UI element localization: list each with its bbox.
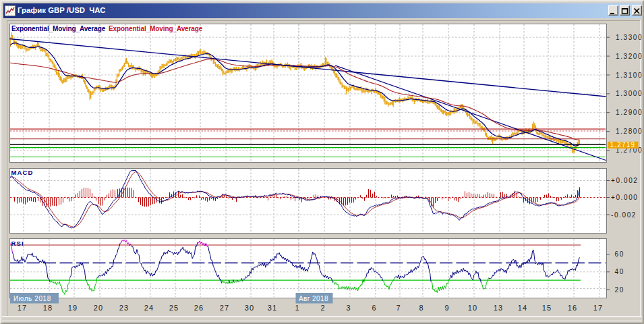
svg-text:Exponential_Moving_Average: Exponential_Moving_Average xyxy=(109,25,203,32)
svg-text:+0.000: +0.000 xyxy=(611,194,638,201)
svg-text:1.2800: 1.2800 xyxy=(616,128,643,135)
svg-text:RSI: RSI xyxy=(11,240,24,247)
svg-text:20: 20 xyxy=(615,286,624,294)
svg-text:Авг 2018: Авг 2018 xyxy=(299,295,328,302)
svg-text:16: 16 xyxy=(568,304,577,312)
svg-text:19: 19 xyxy=(68,304,78,312)
svg-text:Июль 2018: Июль 2018 xyxy=(13,295,51,302)
svg-text:26: 26 xyxy=(194,304,204,312)
svg-text:40: 40 xyxy=(615,268,624,275)
svg-text:1.3000: 1.3000 xyxy=(616,90,643,97)
svg-text:3: 3 xyxy=(346,304,351,312)
svg-text:Exponential_Moving_Average: Exponential_Moving_Average xyxy=(11,25,106,32)
svg-text:10: 10 xyxy=(468,304,477,312)
svg-text:2: 2 xyxy=(320,304,325,312)
svg-text:20: 20 xyxy=(94,304,103,312)
svg-text:1: 1 xyxy=(295,304,299,312)
svg-text:8: 8 xyxy=(419,304,423,312)
svg-text:1.3300: 1.3300 xyxy=(616,34,643,41)
svg-text:1.2900: 1.2900 xyxy=(616,109,643,116)
svg-text:27: 27 xyxy=(220,304,229,312)
svg-text:24: 24 xyxy=(144,304,154,312)
svg-text:9: 9 xyxy=(444,304,449,312)
svg-text:17: 17 xyxy=(593,304,603,312)
svg-text:1.3100: 1.3100 xyxy=(616,72,643,79)
svg-text:15: 15 xyxy=(542,304,552,312)
svg-text:18: 18 xyxy=(43,304,53,312)
svg-text:+0.002: +0.002 xyxy=(611,177,638,184)
svg-text:-0.002: -0.002 xyxy=(611,211,637,219)
svg-text:23: 23 xyxy=(119,304,129,312)
svg-text:31: 31 xyxy=(268,304,277,312)
svg-text:17: 17 xyxy=(18,304,27,312)
svg-text:7: 7 xyxy=(396,304,401,312)
svg-text:60: 60 xyxy=(615,250,624,258)
svg-text:1.3200: 1.3200 xyxy=(616,53,643,60)
svg-text:30: 30 xyxy=(245,304,254,312)
svg-text:6: 6 xyxy=(372,304,376,312)
svg-text:25: 25 xyxy=(169,304,179,312)
svg-text:14: 14 xyxy=(518,304,527,312)
svg-text:1.2719: 1.2719 xyxy=(610,141,636,148)
svg-text:MACD: MACD xyxy=(11,169,34,176)
svg-text:13: 13 xyxy=(494,304,503,312)
